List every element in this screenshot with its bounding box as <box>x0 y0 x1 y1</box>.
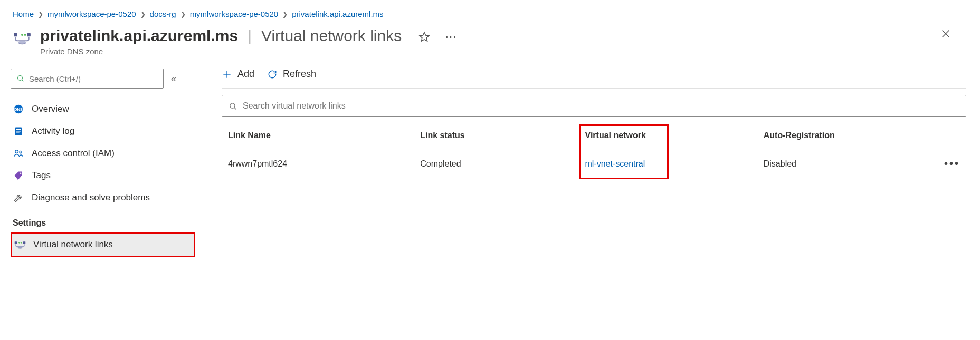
sidebar-item-label: Access control (IAM) <box>32 148 115 159</box>
cell-virtual-network-link[interactable]: ml-vnet-scentral <box>585 159 645 168</box>
tag-icon <box>13 170 24 181</box>
svg-rect-17 <box>15 241 17 244</box>
dns-zone-icon <box>12 28 33 50</box>
sidebar-item-overview[interactable]: DNS Overview <box>11 98 195 120</box>
sidebar-section-settings: Settings <box>11 209 195 232</box>
chevron-right-icon: ❯ <box>140 11 146 18</box>
main-content: Add Refresh Link Name Link status Virtua… <box>222 69 969 257</box>
sidebar-item-label: Virtual network links <box>33 239 113 250</box>
more-actions-button[interactable]: ⋯ <box>443 28 460 46</box>
add-button[interactable]: Add <box>222 69 254 80</box>
sidebar: « DNS Overview Activity log Access contr… <box>11 69 195 257</box>
vnet-link-icon <box>14 239 26 250</box>
title-separator: | <box>248 27 252 45</box>
page-section-title: Virtual network links <box>261 27 402 45</box>
people-icon <box>13 148 24 159</box>
breadcrumb: Home ❯ mymlworkspace-pe-0520 ❯ docs-rg ❯… <box>11 5 969 26</box>
sidebar-item-label: Overview <box>32 104 69 114</box>
breadcrumb-item-rg[interactable]: docs-rg <box>150 9 176 18</box>
sidebar-item-diagnose[interactable]: Diagnose and solve problems <box>11 187 195 209</box>
page-title: privatelink.api.azureml.ms <box>40 27 238 45</box>
svg-line-25 <box>234 107 236 109</box>
svg-point-19 <box>18 242 20 244</box>
overview-icon: DNS <box>13 103 24 115</box>
vnet-links-table: Link Name Link status Virtual network Au… <box>222 122 966 178</box>
toolbar: Add Refresh <box>222 69 966 88</box>
sidebar-item-virtual-network-links[interactable]: Virtual network links <box>11 232 195 257</box>
refresh-icon <box>267 69 278 80</box>
cell-link-status: Completed <box>420 159 585 169</box>
svg-line-7 <box>22 80 23 81</box>
activity-log-icon <box>13 125 24 137</box>
sidebar-search[interactable] <box>11 69 164 89</box>
breadcrumb-item-dnszone[interactable]: privatelink.api.azureml.ms <box>292 9 383 18</box>
row-more-button[interactable]: ••• <box>928 158 960 170</box>
svg-point-6 <box>18 76 23 81</box>
svg-point-2 <box>24 34 26 36</box>
resource-type-label: Private DNS zone <box>40 47 460 56</box>
breadcrumb-item-home[interactable]: Home <box>13 9 34 18</box>
cell-link-name: 4rwwn7pmtl624 <box>228 159 420 169</box>
col-link-name: Link Name <box>228 131 420 140</box>
svg-rect-11 <box>16 129 21 130</box>
svg-point-21 <box>18 247 23 249</box>
search-icon <box>229 102 237 111</box>
filter-search[interactable] <box>222 95 966 117</box>
table-row: 4rwwn7pmtl624 Completed ml-vnet-scentral… <box>222 149 966 178</box>
svg-rect-3 <box>27 33 31 36</box>
sidebar-item-label: Activity log <box>32 126 74 137</box>
filter-search-input[interactable] <box>243 101 959 111</box>
sidebar-item-access-control[interactable]: Access control (IAM) <box>11 142 195 164</box>
svg-rect-0 <box>14 33 17 36</box>
cell-auto-registration: Disabled <box>764 159 928 169</box>
table-header: Link Name Link status Virtual network Au… <box>222 122 966 149</box>
close-button[interactable] <box>938 26 954 42</box>
refresh-button-label: Refresh <box>283 69 316 80</box>
col-virtual-network: Virtual network <box>585 131 646 140</box>
favorite-button[interactable] <box>416 29 432 45</box>
sidebar-search-input[interactable] <box>29 74 158 83</box>
breadcrumb-item-workspace[interactable]: mymlworkspace-pe-0520 <box>47 9 136 18</box>
svg-point-1 <box>21 34 23 36</box>
search-icon <box>16 74 25 83</box>
svg-point-16 <box>20 173 22 174</box>
svg-rect-18 <box>23 241 25 244</box>
plus-icon <box>222 69 232 80</box>
chevron-right-icon: ❯ <box>38 11 43 18</box>
svg-point-15 <box>20 151 22 153</box>
svg-point-20 <box>21 242 22 244</box>
chevron-right-icon: ❯ <box>282 11 288 18</box>
refresh-button[interactable]: Refresh <box>267 69 316 80</box>
svg-text:DNS: DNS <box>14 107 23 112</box>
sidebar-item-label: Diagnose and solve problems <box>32 192 150 203</box>
col-auto-registration: Auto-Registration <box>764 131 928 140</box>
breadcrumb-item-workspace2[interactable]: mymlworkspace-pe-0520 <box>190 9 279 18</box>
sidebar-item-activity-log[interactable]: Activity log <box>11 120 195 142</box>
col-link-status: Link status <box>420 131 585 140</box>
sidebar-item-tags[interactable]: Tags <box>11 164 195 187</box>
toolbar-divider <box>222 88 966 89</box>
svg-rect-13 <box>16 133 20 133</box>
svg-point-24 <box>230 103 235 108</box>
wrench-icon <box>13 192 24 203</box>
svg-rect-12 <box>16 131 21 131</box>
add-button-label: Add <box>237 69 254 80</box>
svg-point-14 <box>15 150 18 153</box>
sidebar-item-label: Tags <box>32 170 51 181</box>
collapse-sidebar-button[interactable]: « <box>171 73 176 84</box>
chevron-right-icon: ❯ <box>180 11 186 18</box>
svg-point-5 <box>18 41 26 44</box>
